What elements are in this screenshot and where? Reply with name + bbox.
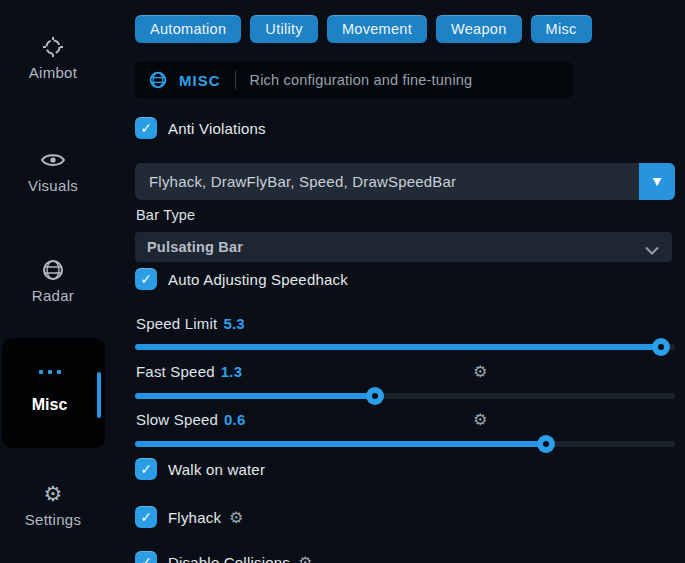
check-icon: ✓ (140, 510, 152, 524)
fast-speed-gear-icon[interactable]: ⚙ (473, 362, 487, 381)
walk-on-water-label: Walk on water (168, 461, 265, 478)
check-icon: ✓ (140, 272, 152, 286)
sidebar-item-label: Radar (0, 287, 106, 304)
sidebar-item-aimbot[interactable]: Aimbot (0, 34, 106, 81)
bar-flags-value: Flyhack, DrawFlyBar, Speed, DrawSpeedBar (149, 173, 456, 190)
fast-speed-slider[interactable] (135, 393, 675, 399)
sidebar-item-label: Aimbot (0, 64, 106, 81)
main-panel: Automation Utility Movement Weapon Misc … (135, 0, 675, 563)
tab-weapon[interactable]: Weapon (436, 15, 522, 43)
globe-icon (0, 257, 106, 283)
globe-icon (149, 71, 167, 89)
walk-on-water-checkbox[interactable]: ✓ (135, 458, 157, 480)
flyhack-label: Flyhack (168, 509, 221, 526)
sidebar-item-settings[interactable]: ⚙ Settings (0, 481, 106, 528)
flyhack-gear-icon[interactable]: ⚙ (229, 508, 243, 527)
tab-movement[interactable]: Movement (327, 15, 427, 43)
gear-icon: ⚙ (0, 481, 106, 507)
sidebar-item-label: Visuals (0, 177, 106, 194)
check-icon: ✓ (140, 555, 152, 563)
anti-violations-row: ✓ Anti Violations (135, 117, 266, 139)
slider-fill (135, 344, 661, 350)
check-icon: ✓ (140, 121, 152, 135)
chevron-down-icon (645, 241, 659, 259)
sidebar-item-label: Settings (0, 511, 106, 528)
sidebar: Aimbot Visuals Radar Misc (0, 0, 130, 563)
auto-adjusting-speedhack-row: ✓ Auto Adjusting Speedhack (135, 268, 348, 290)
speed-limit-label: Speed Limit5.3 (136, 315, 245, 332)
speed-limit-slider[interactable] (135, 344, 675, 350)
slider-handle[interactable] (537, 435, 555, 453)
slider-handle[interactable] (366, 387, 384, 405)
sidebar-item-visuals[interactable]: Visuals (0, 147, 106, 194)
disable-collisions-label: Disable Collisions (168, 554, 290, 563)
divider (235, 71, 236, 89)
fast-speed-label: Fast Speed1.3 (136, 363, 242, 380)
bar-type-label: Bar Type (136, 207, 195, 223)
flyhack-row: ✓ Flyhack ⚙ (135, 506, 243, 528)
sidebar-item-misc-active[interactable]: Misc (2, 338, 105, 448)
auto-adjusting-speedhack-checkbox[interactable]: ✓ (135, 268, 157, 290)
slider-fill (135, 441, 546, 447)
slow-speed-value: 0.6 (224, 411, 245, 428)
bar-flags-select[interactable]: Flyhack, DrawFlyBar, Speed, DrawSpeedBar… (135, 163, 675, 200)
bar-type-value: Pulsating Bar (147, 239, 243, 255)
walk-on-water-row: ✓ Walk on water (135, 458, 265, 480)
sidebar-item-radar[interactable]: Radar (0, 257, 106, 304)
slow-speed-slider[interactable] (135, 441, 675, 447)
tab-automation[interactable]: Automation (135, 15, 241, 43)
disable-collisions-row: ✓ Disable Collisions ⚙ (135, 551, 312, 563)
slider-fill (135, 393, 375, 399)
bar-flags-dropdown-button[interactable]: ▼ (639, 163, 675, 200)
ellipsis-icon (2, 370, 97, 374)
disable-collisions-gear-icon[interactable]: ⚙ (298, 553, 312, 563)
eye-icon (0, 147, 106, 173)
disable-collisions-checkbox[interactable]: ✓ (135, 551, 157, 563)
triangle-down-icon: ▼ (653, 175, 661, 188)
slider-handle[interactable] (652, 338, 670, 356)
check-icon: ✓ (140, 462, 152, 476)
section-header: MISC Rich configuration and fine-tuning (135, 61, 573, 99)
auto-adjusting-speedhack-label: Auto Adjusting Speedhack (168, 271, 348, 288)
fast-speed-value: 1.3 (221, 363, 242, 380)
bar-type-select[interactable]: Pulsating Bar (135, 232, 672, 262)
anti-violations-label: Anti Violations (168, 120, 266, 137)
tab-utility[interactable]: Utility (250, 15, 318, 43)
tab-misc[interactable]: Misc (531, 15, 592, 43)
crosshair-icon (0, 34, 106, 60)
slow-speed-label: Slow Speed0.6 (136, 411, 246, 428)
anti-violations-checkbox[interactable]: ✓ (135, 117, 157, 139)
flyhack-checkbox[interactable]: ✓ (135, 506, 157, 528)
speed-limit-value: 5.3 (223, 315, 244, 332)
slow-speed-gear-icon[interactable]: ⚙ (473, 410, 487, 429)
category-tabs: Automation Utility Movement Weapon Misc (135, 15, 592, 43)
active-indicator-bar (97, 372, 101, 418)
sidebar-item-label: Misc (2, 396, 97, 414)
section-title: MISC (179, 72, 221, 89)
section-subtitle: Rich configuration and fine-tuning (250, 72, 473, 88)
cheat-menu-window: Aimbot Visuals Radar Misc (0, 0, 685, 563)
